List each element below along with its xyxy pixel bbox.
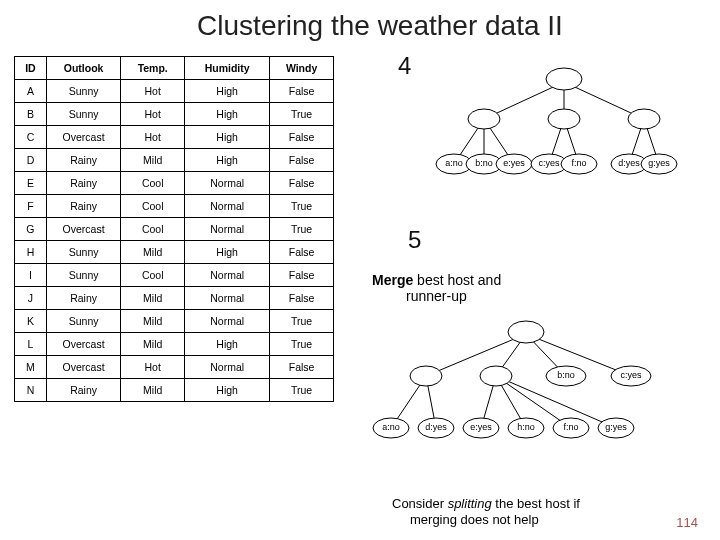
table-cell: C [15, 126, 47, 149]
merge-bold: Merge [372, 272, 413, 288]
table-cell: M [15, 356, 47, 379]
consider-rest: the best host if [492, 496, 580, 511]
tree-diagram-5: b:no c:yes a:nod:yese:yesh:nof:nog:yes [366, 318, 686, 473]
table-cell: False [270, 126, 334, 149]
table-cell: Cool [121, 264, 185, 287]
table-cell: Cool [121, 172, 185, 195]
tree4-leaf: b:no [475, 158, 493, 168]
table-row: JRainyMildNormalFalse [15, 287, 334, 310]
table-cell: J [15, 287, 47, 310]
table-cell: Hot [121, 126, 185, 149]
table-cell: High [185, 103, 270, 126]
tree4-leaf: g:yes [648, 158, 670, 168]
tree4-leaf: e:yes [503, 158, 525, 168]
table-cell: Normal [185, 218, 270, 241]
table-cell: Hot [121, 356, 185, 379]
table-cell: E [15, 172, 47, 195]
table-cell: Mild [121, 149, 185, 172]
table-cell: D [15, 149, 47, 172]
tree-diagram-4: a:nob:noe:yesc:yesf:nod:yesg:yes [434, 64, 694, 194]
table-row: LOvercastMildHighTrue [15, 333, 334, 356]
table-cell: I [15, 264, 47, 287]
table-cell: Sunny [46, 264, 120, 287]
table-cell: Normal [185, 287, 270, 310]
tree5-cyes: c:yes [620, 370, 642, 380]
tree5-leaf: d:yes [425, 422, 447, 432]
table-cell: Sunny [46, 310, 120, 333]
table-cell: True [270, 310, 334, 333]
weather-table: ID Outlook Temp. Humidity Windy ASunnyHo… [14, 56, 334, 402]
table-cell: Hot [121, 80, 185, 103]
step-5-number: 5 [408, 226, 421, 254]
table-cell: False [270, 356, 334, 379]
tree5-leaf: a:no [382, 422, 400, 432]
table-header-row: ID Outlook Temp. Humidity Windy [15, 57, 334, 80]
table-row: ERainyCoolNormalFalse [15, 172, 334, 195]
merge-line2: runner-up [372, 288, 501, 304]
table-cell: A [15, 80, 47, 103]
table-cell: F [15, 195, 47, 218]
table-cell: Overcast [46, 218, 120, 241]
table-row: HSunnyMildHighFalse [15, 241, 334, 264]
table-cell: Normal [185, 172, 270, 195]
table-cell: Overcast [46, 356, 120, 379]
svg-point-32 [410, 366, 442, 386]
consider-pre: Consider [392, 496, 448, 511]
svg-point-10 [546, 68, 582, 90]
col-id: ID [15, 57, 47, 80]
table-cell: Normal [185, 310, 270, 333]
table-cell: Rainy [46, 172, 120, 195]
table-cell: L [15, 333, 47, 356]
svg-point-33 [480, 366, 512, 386]
right-column: 4 a:nob:noe:yesc:yesf:nod:yesg:yes 5 Mer… [344, 56, 720, 402]
table-cell: B [15, 103, 47, 126]
table-row: GOvercastCoolNormalTrue [15, 218, 334, 241]
table-cell: False [270, 241, 334, 264]
table-cell: Mild [121, 241, 185, 264]
table-cell: Hot [121, 103, 185, 126]
table-cell: Rainy [46, 287, 120, 310]
table-cell: Rainy [46, 379, 120, 402]
col-humidity: Humidity [185, 57, 270, 80]
table-cell: True [270, 379, 334, 402]
table-cell: High [185, 241, 270, 264]
table-cell: Cool [121, 195, 185, 218]
table-cell: Mild [121, 333, 185, 356]
table-cell: Sunny [46, 241, 120, 264]
table-cell: High [185, 379, 270, 402]
table-cell: Overcast [46, 333, 120, 356]
table-cell: Sunny [46, 103, 120, 126]
table-cell: False [270, 80, 334, 103]
table-row: BSunnyHotHighTrue [15, 103, 334, 126]
col-temp: Temp. [121, 57, 185, 80]
table-row: FRainyCoolNormalTrue [15, 195, 334, 218]
table-cell: False [270, 172, 334, 195]
svg-point-13 [628, 109, 660, 129]
consider-caption: Consider splitting the best host if merg… [392, 496, 580, 527]
table-row: KSunnyMildNormalTrue [15, 310, 334, 333]
tree4-leaf: d:yes [618, 158, 640, 168]
table-row: NRainyMildHighTrue [15, 379, 334, 402]
table-cell: High [185, 333, 270, 356]
table-cell: False [270, 264, 334, 287]
table-row: COvercastHotHighFalse [15, 126, 334, 149]
table-cell: Rainy [46, 149, 120, 172]
table-cell: High [185, 80, 270, 103]
svg-point-31 [508, 321, 544, 343]
table-row: ASunnyHotHighFalse [15, 80, 334, 103]
tree4-leaf: f:no [571, 158, 586, 168]
step-4-number: 4 [398, 52, 411, 80]
table-cell: True [270, 195, 334, 218]
table-cell: Mild [121, 287, 185, 310]
content-row: ID Outlook Temp. Humidity Windy ASunnyHo… [0, 56, 720, 402]
tree5-leaf: e:yes [470, 422, 492, 432]
table-cell: True [270, 333, 334, 356]
col-windy: Windy [270, 57, 334, 80]
merge-caption: Merge best host and runner-up [372, 272, 501, 304]
svg-point-12 [548, 109, 580, 129]
table-cell: False [270, 149, 334, 172]
table-cell: Cool [121, 218, 185, 241]
tree5-bno: b:no [557, 370, 575, 380]
table-cell: Normal [185, 264, 270, 287]
table-cell: G [15, 218, 47, 241]
